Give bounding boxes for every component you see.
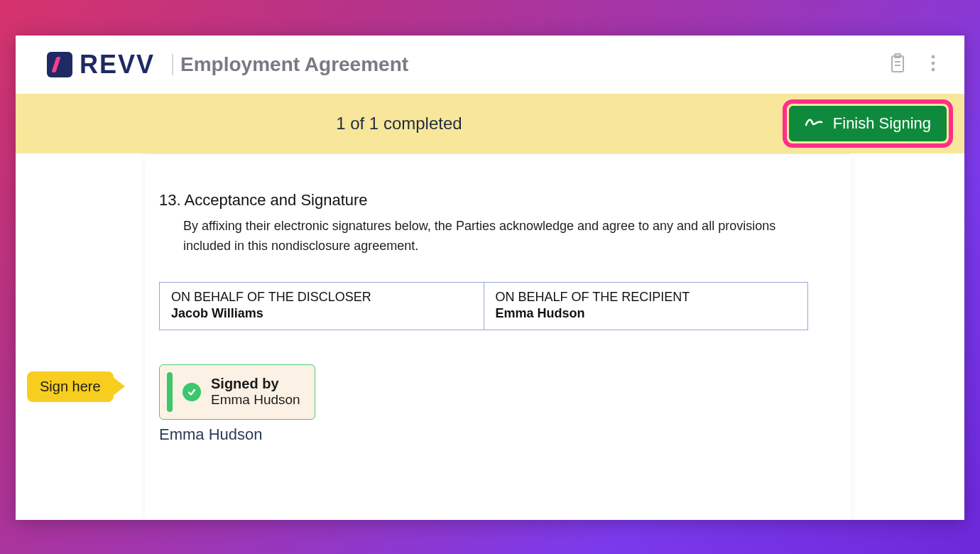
section-heading: 13. Acceptance and Signature — [159, 191, 808, 210]
brand-logo-mark — [47, 52, 72, 77]
party-role: ON BEHALF OF THE RECIPIENT — [496, 290, 797, 305]
sign-here-tag[interactable]: Sign here — [27, 371, 114, 402]
signature-table: ON BEHALF OF THE DISCLOSER Jacob William… — [159, 282, 808, 330]
party-cell-recipient: ON BEHALF OF THE RECIPIENT Emma Hudson — [484, 283, 808, 330]
brand-logo: REVV — [47, 50, 155, 80]
doc-title: Employment Agreement — [180, 53, 408, 76]
party-cell-discloser: ON BEHALF OF THE DISCLOSER Jacob William… — [160, 283, 484, 330]
svg-rect-0 — [892, 56, 903, 72]
section-body: By affixing their electronic signatures … — [183, 217, 794, 256]
signature-block: Sign here Signed by Emma Hudson Emma Hud… — [159, 364, 808, 444]
signature-icon — [805, 114, 823, 133]
check-circle-icon — [183, 383, 201, 401]
app-window: REVV Employment Agreement — [16, 36, 964, 520]
svg-point-5 — [932, 62, 935, 65]
doc-title-wrap: Employment Agreement — [172, 53, 408, 76]
svg-point-4 — [932, 55, 935, 59]
finish-signing-label: Finish Signing — [833, 114, 931, 133]
header-actions — [889, 53, 936, 76]
content-area: 13. Acceptance and Signature By affixing… — [16, 153, 964, 520]
signed-text: Signed by Emma Hudson — [211, 376, 300, 408]
signer-display-name: Emma Hudson — [159, 425, 808, 444]
brand-name: REVV — [80, 50, 155, 80]
status-bar: 1 of 1 completed Finish Signing — [16, 94, 964, 153]
progress-text: 1 of 1 completed — [16, 114, 783, 134]
signed-accent-bar — [167, 372, 173, 412]
divider — [172, 54, 173, 75]
party-name: Jacob Williams — [171, 306, 472, 321]
signed-by-name: Emma Hudson — [211, 392, 300, 408]
svg-point-6 — [932, 68, 935, 72]
document-page: 13. Acceptance and Signature By affixing… — [145, 153, 851, 520]
finish-signing-button[interactable]: Finish Signing — [789, 106, 947, 141]
more-vertical-icon[interactable] — [930, 53, 936, 76]
clipboard-icon[interactable] — [889, 53, 906, 76]
finish-highlight: Finish Signing — [783, 99, 953, 148]
party-role: ON BEHALF OF THE DISCLOSER — [171, 290, 472, 305]
signed-by-label: Signed by — [211, 376, 300, 392]
party-name: Emma Hudson — [496, 306, 797, 321]
signed-card[interactable]: Signed by Emma Hudson — [159, 364, 315, 420]
header: REVV Employment Agreement — [16, 36, 964, 94]
